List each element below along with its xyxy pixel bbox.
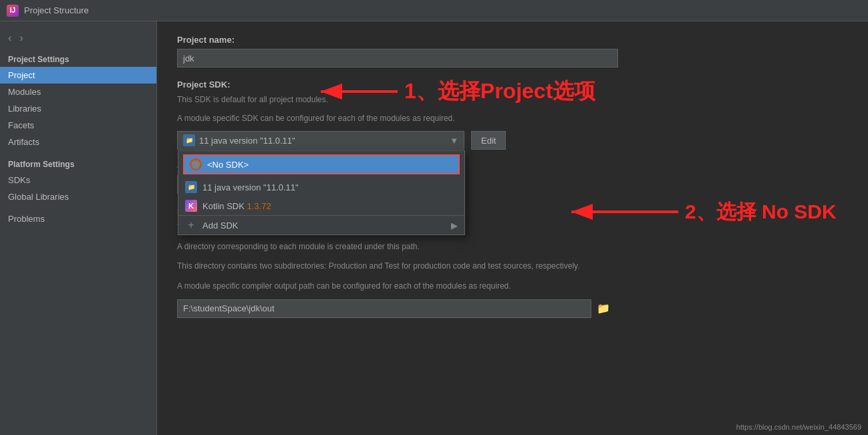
dropdown-arrow-icon: ▼ [450,136,458,146]
add-sdk-icon: + [185,219,197,231]
java11-icon: 📁 [185,181,197,193]
compiler-path-row: 📁 [177,299,848,318]
add-sdk-arrow: ▶ [451,221,458,231]
sdk-desc2: A module specific SDK can be configured … [177,112,848,124]
folder-browse-button[interactable]: 📁 [597,302,610,315]
sidebar-item-global-libraries[interactable]: Global Libraries [0,188,156,205]
dropdown-item-no-sdk[interactable]: 🌐 <No SDK> [183,154,460,174]
sidebar: ‹ › Project Settings Project Modules Lib… [0,21,157,435]
watermark: https://blog.csdn.net/weixin_44843569 [736,423,861,431]
sdk-dropdown-icon: 📁 [183,134,195,146]
sidebar-item-problems[interactable]: Problems [0,210,156,227]
project-name-input[interactable] [177,49,618,67]
dropdown-item-kotlin[interactable]: K Kotlin SDK 1.3.72 [178,196,464,215]
back-button[interactable]: ‹ [5,31,14,45]
sidebar-item-sdks[interactable]: SDKs [0,172,156,188]
nav-buttons: ‹ › [0,28,156,51]
no-sdk-icon: 🌐 [190,158,202,170]
project-name-label: Project name: [177,35,848,45]
sidebar-item-libraries[interactable]: Libraries [0,100,156,117]
sdk-dropdown[interactable]: 📁 11 java version "11.0.11" ▼ 🌐 <No SDK> [177,131,464,150]
sdk-desc1: This SDK is default for all project modu… [177,94,848,106]
sidebar-item-modules[interactable]: Modules [0,84,156,100]
compiler-desc2: A directory corresponding to each module… [177,241,848,253]
add-sdk-label: Add SDK [202,221,238,231]
java11-label: 11 java version "11.0.11" [202,182,299,192]
window-title: Project Structure [24,5,89,15]
no-sdk-label: <No SDK> [207,160,249,170]
sdk-row: 📁 11 java version "11.0.11" ▼ 🌐 <No SDK> [177,131,848,150]
sdk-section: Project SDK: This SDK is default for all… [177,80,848,150]
sdk-dropdown-value: 11 java version "11.0.11" [199,136,295,146]
kotlin-label: Kotlin SDK 1.3.72 [202,201,271,211]
content-area: Project name: Project SDK: This SDK is d… [157,21,868,435]
compiler-desc4: A module specific compiler output path c… [177,280,848,293]
sidebar-item-project[interactable]: Project [0,67,156,84]
title-bar: IJ Project Structure [0,0,868,21]
platform-settings-header: Platform Settings [0,156,156,172]
app-icon: IJ [7,5,19,17]
sdk-label: Project SDK: [177,80,848,90]
sdk-dropdown-popup: 🌐 <No SDK> 📁 11 java version "11.0.11" K… [178,150,465,235]
compiler-path-input[interactable] [177,299,591,318]
sidebar-item-facets[interactable]: Facets [0,117,156,134]
dropdown-item-java11[interactable]: 📁 11 java version "11.0.11" [178,178,464,196]
sidebar-item-artifacts[interactable]: Artifacts [0,134,156,150]
edit-button[interactable]: Edit [471,131,506,150]
kotlin-icon: K [185,200,197,212]
dropdown-item-add-sdk[interactable]: + Add SDK ▶ [178,215,464,235]
forward-button[interactable]: › [17,31,25,45]
compiler-desc3: This directory contains two subdirectori… [177,260,848,273]
project-settings-header: Project Settings [0,51,156,67]
